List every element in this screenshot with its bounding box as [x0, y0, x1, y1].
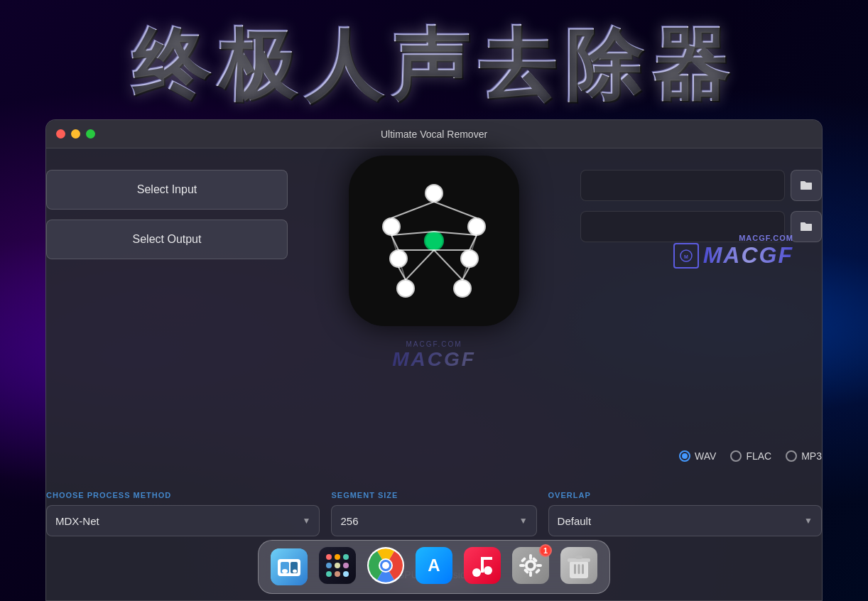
svg-point-8 [397, 280, 414, 297]
minimize-button[interactable] [71, 129, 80, 139]
window-title: Ultimate Vocal Remover [381, 129, 487, 140]
svg-point-5 [425, 232, 443, 250]
svg-point-39 [343, 571, 349, 577]
right-panel [580, 170, 822, 242]
select-output-button[interactable]: Select Output [46, 220, 288, 259]
wav-radio-inner [682, 453, 688, 459]
bottom-controls: CHOOSE PROCESS METHOD MDX-Net ▼ SEGMENT … [46, 491, 822, 536]
overlap-chevron: ▼ [804, 516, 813, 526]
svg-rect-67 [578, 564, 580, 574]
process-method-chevron: ▼ [303, 516, 311, 526]
wav-label: WAV [695, 450, 716, 462]
format-flac[interactable]: FLAC [730, 450, 771, 462]
mp3-radio[interactable] [786, 450, 797, 462]
svg-point-34 [326, 563, 332, 568]
svg-rect-55 [529, 571, 532, 577]
svg-rect-50 [481, 557, 492, 560]
svg-rect-65 [575, 556, 582, 559]
dock-item-appstore[interactable]: A [413, 546, 455, 588]
process-method-value: MDX-Net [55, 515, 99, 527]
svg-line-10 [391, 202, 434, 218]
svg-point-3 [383, 218, 400, 235]
segment-size-chevron: ▼ [519, 516, 528, 526]
window-content: MACGF.COM M MACGF Select Input Select Ou… [46, 148, 822, 600]
logo-container [349, 156, 519, 326]
dock-item-syspref[interactable]: 1 [510, 546, 551, 588]
launchpad-icon [319, 547, 356, 587]
trash-icon [560, 547, 597, 587]
svg-point-53 [528, 563, 533, 568]
overlap-select[interactable]: Default ▼ [548, 505, 822, 536]
svg-rect-68 [582, 564, 584, 574]
close-button[interactable] [56, 129, 65, 139]
dock-item-launchpad[interactable] [317, 546, 358, 588]
chrome-icon [367, 547, 404, 587]
dock: A [258, 540, 610, 594]
watermark-url: MACGF.COM [739, 234, 793, 242]
overlap-group: OVERLAP Default ▼ [548, 491, 822, 536]
wav-radio[interactable] [679, 450, 690, 462]
app-window: Ultimate Vocal Remover MACGF.COM M MACGF… [45, 119, 823, 601]
segment-size-group: SEGMENT SIZE 256 ▼ [331, 491, 536, 536]
process-method-group: CHOOSE PROCESS METHOD MDX-Net ▼ [46, 491, 320, 536]
svg-rect-56 [519, 564, 525, 567]
svg-point-31 [326, 554, 332, 560]
svg-point-9 [454, 280, 471, 297]
flac-label: FLAC [746, 450, 771, 462]
svg-point-35 [335, 563, 340, 568]
syspref-icon: 1 [512, 547, 549, 587]
flac-radio[interactable] [730, 450, 742, 462]
svg-point-29 [293, 570, 297, 573]
neural-network-icon [367, 173, 501, 308]
format-mp3[interactable]: MP3 [786, 450, 822, 462]
watermark-logo: M MACGF [673, 242, 793, 269]
segment-size-label: SEGMENT SIZE [331, 491, 536, 499]
overlap-label: OVERLAP [548, 491, 822, 499]
format-wav[interactable]: WAV [679, 450, 716, 462]
svg-rect-66 [574, 564, 576, 574]
process-method-select[interactable]: MDX-Net ▼ [46, 505, 320, 536]
dock-item-chrome[interactable] [365, 546, 406, 588]
music-icon [464, 547, 501, 587]
mp3-label: MP3 [801, 450, 822, 462]
input-path-field[interactable] [580, 170, 785, 201]
syspref-badge: 1 [539, 544, 552, 557]
watermark-text: MACGF [703, 242, 793, 269]
left-panel: Select Input Select Output [46, 170, 288, 259]
svg-point-47 [472, 568, 481, 577]
dock-item-finder[interactable] [268, 546, 310, 588]
segment-size-select[interactable]: 256 ▼ [331, 505, 536, 536]
svg-line-21 [434, 250, 462, 280]
segment-size-value: 256 [340, 515, 358, 527]
input-path-row [580, 170, 822, 201]
input-folder-button[interactable] [791, 170, 822, 201]
watermark2-large: MACGF [392, 348, 476, 371]
overlap-value: Default [558, 515, 592, 527]
dock-item-trash[interactable] [558, 546, 600, 588]
appstore-icon: A [416, 547, 452, 587]
svg-line-20 [406, 250, 434, 280]
svg-rect-54 [529, 554, 532, 560]
select-input-button[interactable]: Select Input [46, 170, 288, 210]
svg-text:A: A [428, 556, 440, 575]
dock-item-music[interactable] [462, 546, 503, 588]
watermark: MACGF.COM M MACGF [673, 234, 793, 270]
output-folder-button[interactable] [791, 211, 822, 242]
process-method-label: CHOOSE PROCESS METHOD [46, 491, 320, 499]
svg-point-38 [335, 571, 340, 577]
watermark2: MACGF.COM MACGF [392, 340, 476, 371]
svg-point-37 [326, 571, 332, 577]
svg-rect-57 [536, 564, 542, 567]
svg-point-33 [343, 554, 349, 560]
svg-point-48 [484, 566, 492, 575]
maximize-button[interactable] [86, 129, 95, 139]
finder-icon [271, 548, 308, 585]
logo-area [349, 156, 519, 326]
watermark-icon: M [673, 243, 699, 269]
format-row: WAV FLAC MP3 [580, 450, 822, 462]
svg-text:M: M [684, 254, 688, 259]
svg-point-4 [468, 218, 485, 235]
titlebar: Ultimate Vocal Remover [46, 120, 822, 148]
svg-line-11 [434, 202, 477, 218]
svg-point-28 [282, 569, 288, 573]
